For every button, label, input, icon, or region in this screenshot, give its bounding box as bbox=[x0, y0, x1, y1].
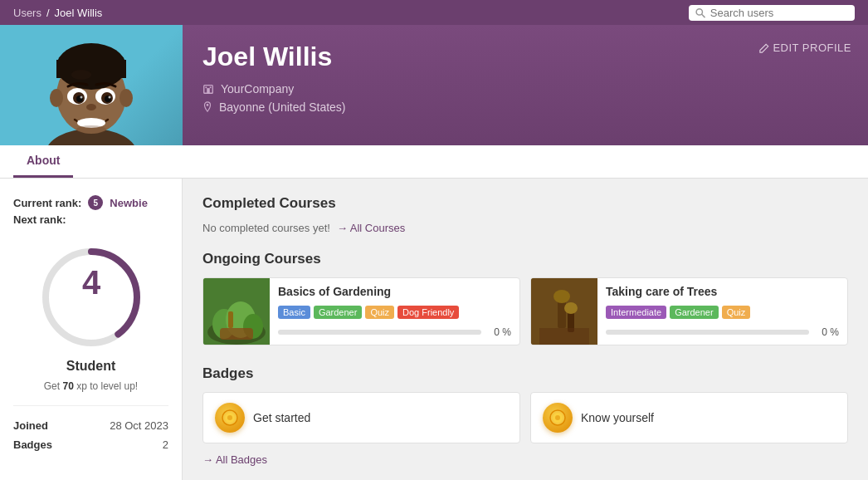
trees-image bbox=[531, 278, 597, 345]
search-icon bbox=[695, 7, 705, 18]
profile-header: Joel Willis YourCompany Bayonne (United … bbox=[0, 25, 868, 145]
course-thumbnail-trees bbox=[531, 278, 597, 345]
course-card-gardening: Basics of Gardening Basic Gardener Quiz … bbox=[202, 277, 520, 345]
ongoing-title: Ongoing Courses bbox=[202, 251, 848, 267]
badge-card-get-started: Get started bbox=[202, 392, 520, 443]
next-rank-row: Next rank: bbox=[13, 213, 168, 226]
all-courses-link[interactable]: → All Courses bbox=[337, 222, 405, 234]
tag-quiz-2: Quiz bbox=[722, 306, 751, 319]
course-tags-trees: Intermediate Gardener Quiz bbox=[606, 306, 839, 319]
rank-name: Newbie bbox=[110, 197, 148, 209]
svg-rect-22 bbox=[207, 88, 210, 93]
svg-rect-41 bbox=[539, 328, 589, 345]
search-input[interactable] bbox=[710, 7, 848, 19]
course-thumbnail-gardening bbox=[203, 278, 270, 345]
gardening-image bbox=[203, 278, 270, 345]
svg-point-9 bbox=[71, 70, 91, 80]
search-box bbox=[689, 5, 855, 21]
current-rank-row: Current rank: 5 Newbie bbox=[13, 195, 168, 210]
rank-badge: 5 bbox=[88, 195, 103, 210]
content-area: Completed Courses No completed courses y… bbox=[183, 179, 868, 480]
location-icon bbox=[202, 101, 212, 113]
rank-section: Current rank: 5 Newbie Next rank: bbox=[13, 195, 168, 226]
course-info-gardening: Basics of Gardening Basic Gardener Quiz … bbox=[270, 278, 519, 345]
badges-grid: Get started Know yourself bbox=[202, 392, 848, 443]
svg-point-20 bbox=[76, 125, 106, 134]
tag-dog-friendly: Dog Friendly bbox=[397, 306, 459, 319]
svg-point-47 bbox=[555, 415, 560, 420]
course-name-trees: Taking care of Trees bbox=[606, 285, 839, 298]
svg-point-17 bbox=[109, 96, 111, 99]
breadcrumb: Users / Joel Willis bbox=[13, 7, 102, 19]
building-icon bbox=[202, 83, 214, 95]
course-name-gardening: Basics of Gardening bbox=[278, 285, 511, 298]
svg-rect-23 bbox=[206, 86, 207, 88]
progress-row-trees: 0 % bbox=[606, 326, 839, 338]
course-info-trees: Taking care of Trees Intermediate Garden… bbox=[597, 278, 847, 345]
joined-date: 28 Oct 2023 bbox=[110, 419, 168, 432]
svg-rect-34 bbox=[228, 311, 233, 328]
badge-card-know-yourself: Know yourself bbox=[530, 392, 848, 443]
top-navigation: Users / Joel Willis bbox=[0, 0, 868, 25]
all-badges-link[interactable]: → All Badges bbox=[202, 453, 848, 466]
progress-circle-svg: 4 bbox=[33, 239, 149, 355]
edit-profile-button[interactable]: EDIT PROFILE bbox=[759, 42, 851, 54]
profile-meta: YourCompany Bayonne (United States) bbox=[202, 82, 848, 114]
badges-label: Badges bbox=[13, 438, 52, 451]
breadcrumb-users[interactable]: Users bbox=[13, 7, 41, 19]
svg-point-6 bbox=[119, 89, 133, 107]
sidebar-divider bbox=[13, 405, 168, 406]
profile-location: Bayonne (United States) bbox=[202, 100, 848, 114]
level-circle: 4 Student Get 70 xp to level up! bbox=[13, 239, 168, 392]
svg-point-16 bbox=[80, 96, 83, 99]
svg-point-5 bbox=[50, 89, 63, 107]
joined-row: Joined 28 Oct 2023 bbox=[13, 419, 168, 432]
svg-rect-8 bbox=[56, 60, 126, 78]
badges-count: 2 bbox=[163, 438, 168, 451]
profile-company: YourCompany bbox=[202, 82, 848, 96]
tag-gardener-2: Gardener bbox=[670, 306, 718, 319]
tag-intermediate: Intermediate bbox=[606, 306, 666, 319]
progress-bar-trees bbox=[606, 330, 809, 335]
tag-quiz: Quiz bbox=[365, 306, 394, 319]
badges-title: Badges bbox=[202, 365, 848, 382]
progress-bar-gardening bbox=[278, 330, 481, 335]
progress-pct-gardening: 0 % bbox=[488, 326, 511, 338]
sidebar: Current rank: 5 Newbie Next rank: 4 Stud… bbox=[0, 179, 183, 480]
course-tags-gardening: Basic Gardener Quiz Dog Friendly bbox=[278, 306, 511, 319]
tag-basic: Basic bbox=[278, 306, 310, 319]
courses-grid: Basics of Gardening Basic Gardener Quiz … bbox=[202, 277, 848, 345]
svg-text:4: 4 bbox=[81, 264, 100, 301]
joined-label: Joined bbox=[13, 419, 48, 432]
svg-rect-35 bbox=[220, 328, 253, 340]
badge-icon-get-started bbox=[215, 403, 245, 433]
svg-point-44 bbox=[227, 415, 232, 420]
pencil-icon bbox=[759, 43, 769, 53]
completed-title: Completed Courses bbox=[202, 195, 848, 212]
badges-row: Badges 2 bbox=[13, 438, 168, 451]
main-layout: Current rank: 5 Newbie Next rank: 4 Stud… bbox=[0, 179, 868, 480]
student-label: Student bbox=[66, 359, 116, 374]
current-rank-label: Current rank: bbox=[13, 197, 81, 209]
badge-medal-icon bbox=[221, 409, 239, 427]
svg-point-18 bbox=[86, 104, 96, 110]
badge-medal-icon-2 bbox=[549, 409, 567, 427]
badge-icon-know-yourself bbox=[543, 403, 573, 433]
breadcrumb-separator: / bbox=[46, 7, 50, 19]
course-card-trees: Taking care of Trees Intermediate Garden… bbox=[530, 277, 848, 345]
xp-text: Get 70 xp to level up! bbox=[44, 380, 138, 392]
next-rank-label: Next rank: bbox=[13, 213, 66, 226]
tab-about[interactable]: About bbox=[13, 145, 73, 178]
profile-name: Joel Willis bbox=[202, 42, 848, 72]
badge-label-know-yourself: Know yourself bbox=[581, 411, 654, 424]
svg-point-40 bbox=[564, 302, 578, 314]
no-completed-courses: No completed courses yet! → All Courses bbox=[202, 222, 848, 234]
tag-gardener: Gardener bbox=[314, 306, 362, 319]
progress-pct-trees: 0 % bbox=[816, 326, 839, 338]
breadcrumb-current: Joel Willis bbox=[55, 7, 103, 19]
badge-label-get-started: Get started bbox=[253, 411, 310, 424]
svg-line-1 bbox=[702, 14, 705, 17]
tab-bar: About bbox=[0, 145, 868, 179]
svg-rect-24 bbox=[210, 86, 212, 88]
avatar bbox=[0, 25, 183, 145]
